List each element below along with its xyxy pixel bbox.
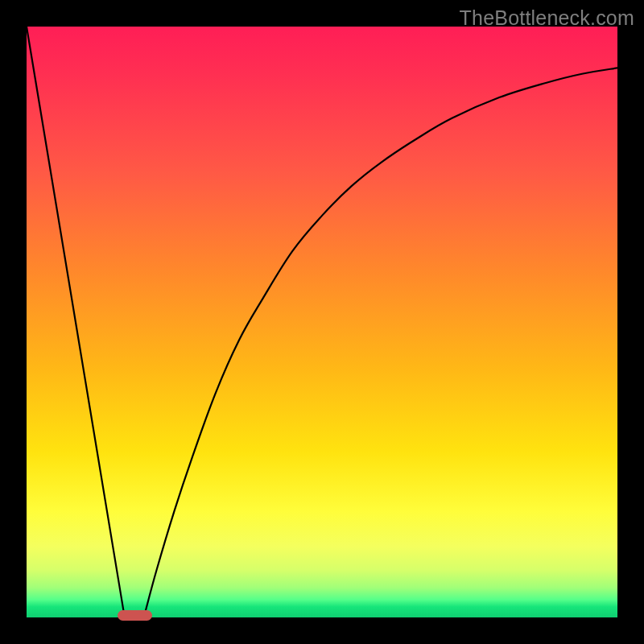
plot-area xyxy=(27,27,617,617)
left-line-path xyxy=(27,27,124,614)
chart-frame: TheBottleneck.com xyxy=(0,0,644,644)
watermark-text: TheBottleneck.com xyxy=(460,6,634,30)
curve-layer xyxy=(27,27,617,617)
bottleneck-marker xyxy=(118,610,152,621)
right-curve-path xyxy=(145,68,617,613)
